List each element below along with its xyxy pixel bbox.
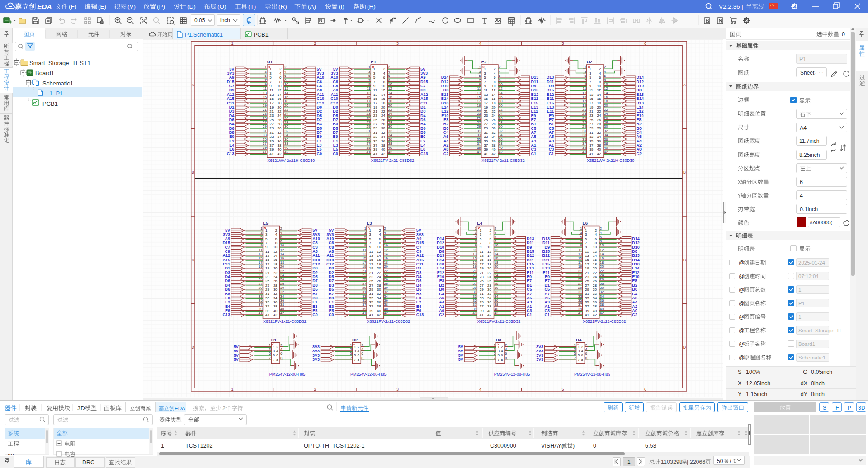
svg-text:30: 30 <box>377 288 382 292</box>
svg-text:33: 33 <box>269 135 274 139</box>
svg-text:13: 13 <box>480 254 484 258</box>
svg-text:17: 17 <box>589 101 594 105</box>
svg-text:9: 9 <box>269 84 272 88</box>
svg-text:5V: 5V <box>458 357 463 362</box>
svg-text:42: 42 <box>487 313 492 317</box>
svg-text:C: C <box>683 258 686 262</box>
svg-text:5: 5 <box>561 41 564 46</box>
svg-text:36: 36 <box>491 139 496 143</box>
svg-text:22: 22 <box>593 271 597 275</box>
svg-text:18: 18 <box>597 101 601 105</box>
svg-text:28: 28 <box>487 284 492 288</box>
svg-text:1: 1 <box>373 67 376 71</box>
svg-text:37: 37 <box>269 143 274 147</box>
svg-text:2: 2 <box>581 345 583 349</box>
svg-text:2: 2 <box>276 345 278 349</box>
svg-text:20: 20 <box>597 105 601 109</box>
svg-text:7: 7 <box>354 358 356 362</box>
svg-text:31: 31 <box>373 131 378 135</box>
svg-text:23: 23 <box>589 113 594 118</box>
svg-text:4: 4 <box>479 41 481 46</box>
svg-text:12: 12 <box>277 88 282 92</box>
svg-text:8: 8 <box>279 80 282 84</box>
svg-text:34: 34 <box>593 296 597 300</box>
svg-text:42: 42 <box>593 313 597 317</box>
svg-text:9: 9 <box>480 245 482 249</box>
svg-text:7: 7 <box>484 80 486 84</box>
svg-text:2: 2 <box>599 67 601 71</box>
svg-text:38: 38 <box>273 304 278 308</box>
svg-text:32: 32 <box>487 292 492 296</box>
svg-text:3: 3 <box>369 232 372 236</box>
svg-text:21: 21 <box>269 109 274 113</box>
svg-text:E1: E1 <box>371 59 376 64</box>
svg-text:3: 3 <box>373 71 376 76</box>
svg-text:25: 25 <box>589 118 594 122</box>
svg-text:H4: H4 <box>576 337 582 342</box>
svg-text:9: 9 <box>369 245 372 249</box>
svg-text:6: 6 <box>379 237 381 241</box>
svg-text:31: 31 <box>265 292 270 296</box>
svg-text:1: 1 <box>578 345 580 349</box>
svg-text:37: 37 <box>585 304 590 308</box>
svg-text:13: 13 <box>484 93 488 97</box>
svg-text:23: 23 <box>369 275 374 279</box>
svg-text:4: 4 <box>275 232 278 236</box>
svg-text:33: 33 <box>589 135 594 139</box>
svg-text:1: 1 <box>273 345 275 349</box>
svg-text:34: 34 <box>277 135 282 139</box>
svg-text:H3: H3 <box>496 337 501 342</box>
svg-text:32: 32 <box>491 131 496 135</box>
svg-text:23: 23 <box>269 113 274 118</box>
svg-text:C2: C2 <box>439 312 444 317</box>
svg-text:36: 36 <box>381 139 386 143</box>
svg-text:17: 17 <box>369 262 374 266</box>
svg-text:5: 5 <box>589 76 591 80</box>
svg-text:32: 32 <box>273 292 278 296</box>
svg-text:30: 30 <box>273 288 278 292</box>
svg-text:24: 24 <box>273 275 278 279</box>
svg-text:D: D <box>683 345 686 350</box>
svg-text:24: 24 <box>597 113 601 118</box>
svg-text:8: 8 <box>489 241 491 245</box>
svg-text:16: 16 <box>277 97 282 101</box>
svg-text:21: 21 <box>369 271 374 275</box>
svg-text:34: 34 <box>487 296 492 300</box>
svg-text:40: 40 <box>277 147 282 151</box>
svg-text:28: 28 <box>597 122 601 126</box>
svg-text:11: 11 <box>480 250 484 254</box>
svg-text:9: 9 <box>484 84 486 88</box>
svg-text:20: 20 <box>381 105 386 109</box>
svg-text:11: 11 <box>585 250 589 254</box>
svg-text:16: 16 <box>487 258 492 262</box>
svg-text:10: 10 <box>593 245 597 249</box>
svg-text:32: 32 <box>377 292 382 296</box>
svg-text:35: 35 <box>585 300 590 304</box>
svg-text:3: 3 <box>273 349 275 353</box>
svg-text:7: 7 <box>373 80 376 84</box>
svg-text:39: 39 <box>589 147 594 151</box>
svg-text:30: 30 <box>597 126 601 130</box>
svg-text:18: 18 <box>273 262 278 266</box>
svg-text:C0: C0 <box>333 151 338 156</box>
svg-text:1: 1 <box>269 67 272 71</box>
svg-text:11: 11 <box>589 88 593 92</box>
svg-text:C13: C13 <box>227 151 235 156</box>
svg-text:1: 1 <box>231 41 234 46</box>
svg-text:21: 21 <box>589 109 594 113</box>
svg-text:36: 36 <box>377 300 382 304</box>
svg-text:30: 30 <box>491 126 496 130</box>
svg-text:12: 12 <box>377 250 382 254</box>
svg-text:26: 26 <box>491 118 496 122</box>
svg-text:4: 4 <box>599 71 601 76</box>
svg-text:41: 41 <box>373 152 378 156</box>
svg-text:7: 7 <box>498 358 500 362</box>
svg-text:24: 24 <box>593 275 597 279</box>
svg-text:C: C <box>192 258 195 262</box>
svg-text:39: 39 <box>585 309 590 313</box>
svg-text:15: 15 <box>265 258 270 262</box>
svg-text:37: 37 <box>589 143 594 147</box>
svg-text:2: 2 <box>379 228 381 232</box>
svg-text:21: 21 <box>265 271 270 275</box>
svg-text:30: 30 <box>487 288 492 292</box>
